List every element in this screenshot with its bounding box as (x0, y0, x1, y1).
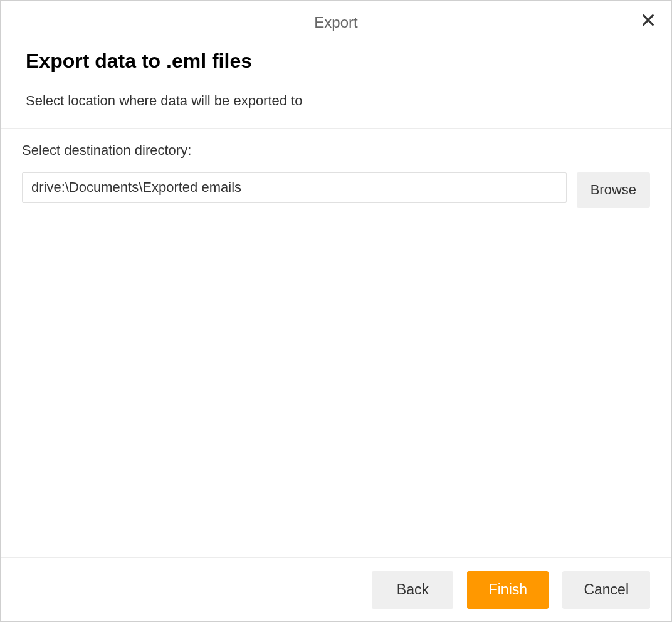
browse-button[interactable]: Browse (577, 172, 650, 208)
path-row: Browse (22, 172, 650, 208)
page-subtitle: Select location where data will be expor… (26, 93, 646, 109)
header-section: Export data to .eml files Select locatio… (1, 45, 671, 129)
cancel-button[interactable]: Cancel (562, 571, 650, 609)
export-dialog: Export Export data to .eml files Select … (0, 0, 672, 622)
finish-button[interactable]: Finish (467, 571, 549, 609)
dialog-footer: Back Finish Cancel (1, 557, 671, 621)
back-button[interactable]: Back (372, 571, 453, 609)
page-heading: Export data to .eml files (26, 50, 646, 73)
dialog-title: Export (314, 14, 357, 31)
title-bar: Export (1, 1, 671, 45)
content-section: Select destination directory: Browse (1, 129, 671, 557)
destination-label: Select destination directory: (22, 142, 650, 159)
close-icon[interactable] (641, 13, 656, 28)
destination-path-input[interactable] (22, 172, 567, 203)
